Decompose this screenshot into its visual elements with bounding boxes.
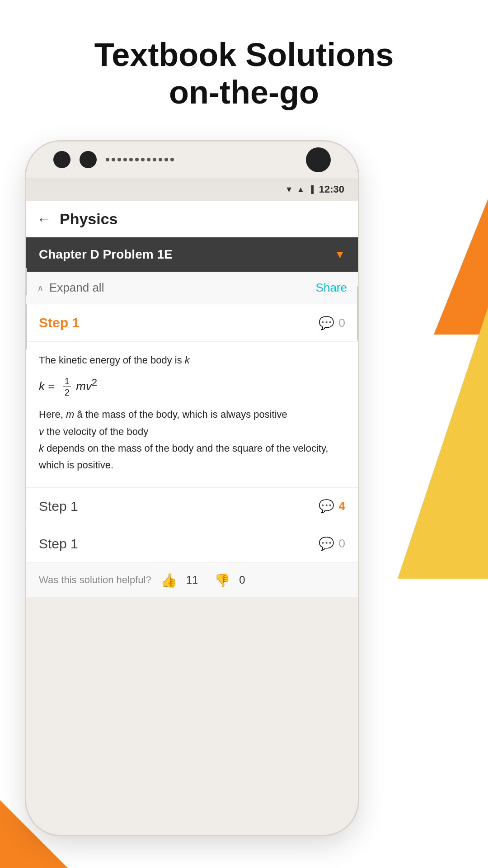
- step-1-comment-count: 0: [339, 316, 345, 330]
- thumbdown-count: 0: [239, 574, 245, 586]
- formula-fraction: 1 2: [63, 376, 71, 398]
- comment-icon-2: 💬: [319, 499, 334, 514]
- step-1-label-active: Step 1: [39, 315, 80, 330]
- helpful-text: Was this solution helpful?: [39, 574, 151, 586]
- headline: Textbook Solutions on-the-go: [0, 36, 488, 111]
- step-3-label: Step 1: [39, 536, 78, 552]
- step-2-comment-count: 4: [339, 499, 345, 513]
- comment-icon-1: 💬: [319, 316, 334, 330]
- step-2-comment-group: 💬 4: [319, 499, 345, 514]
- step-body-text: Here, m â the mass of the body, which is…: [39, 406, 345, 474]
- step-2-row[interactable]: Step 1 💬 4: [26, 488, 358, 525]
- comment-icon-3: 💬: [319, 536, 334, 551]
- expand-bar: ∧ Expand all Share: [26, 272, 358, 304]
- headline-line2: on-the-go: [169, 74, 319, 110]
- phone-vol-down: [25, 304, 27, 349]
- step-2-label: Step 1: [39, 499, 78, 514]
- phone-screen: ▼ ▲ ▐ 12:30 ← Physics Chapter D Problem …: [26, 178, 358, 597]
- phone-power-btn: [357, 286, 359, 340]
- body-line2: v the velocity of the body: [39, 423, 345, 440]
- phone-sensor: [53, 151, 70, 168]
- step-1-content: The kinetic energy of the body is k k = …: [26, 342, 358, 488]
- chapter-dropdown-icon[interactable]: ▼: [334, 248, 345, 261]
- wifi-icon: ▼: [285, 185, 293, 194]
- thumbup-count: 11: [186, 574, 198, 586]
- step-3-comment-group: 💬 0: [319, 536, 345, 551]
- phone-camera: [80, 151, 97, 168]
- helpful-bar: Was this solution helpful? 👍 11 👎 0: [26, 563, 358, 597]
- step-3-comment-count: 0: [339, 537, 345, 551]
- headline-line1: Textbook Solutions: [94, 37, 394, 73]
- status-time: 12:30: [319, 184, 344, 195]
- thumbdown-icon[interactable]: 👎: [214, 573, 230, 588]
- phone-mockup: ▼ ▲ ▐ 12:30 ← Physics Chapter D Problem …: [25, 140, 359, 836]
- expand-left-group: ∧ Expand all: [37, 281, 104, 295]
- phone-top-hardware: [26, 142, 358, 178]
- step-intro-text: The kinetic energy of the body is k: [39, 353, 345, 368]
- bg-decoration-orange-top: [434, 199, 488, 335]
- phone-front-camera: [306, 147, 331, 172]
- app-title: Physics: [60, 210, 118, 228]
- app-navbar: ← Physics: [26, 201, 358, 237]
- chapter-title: Chapter D Problem 1E: [39, 247, 173, 262]
- expand-arrow-icon: ∧: [37, 283, 44, 293]
- back-button[interactable]: ←: [37, 212, 51, 227]
- share-button[interactable]: Share: [316, 281, 347, 295]
- bg-decoration-yellow: [398, 307, 488, 579]
- thumbup-icon[interactable]: 👍: [160, 572, 177, 588]
- body-line3: k depends on the mass of the body and th…: [39, 440, 345, 474]
- chapter-header[interactable]: Chapter D Problem 1E ▼: [26, 237, 358, 272]
- status-bar: ▼ ▲ ▐ 12:30: [26, 178, 358, 201]
- step-1-comment-group: 💬 0: [319, 316, 345, 330]
- step-3-row[interactable]: Step 1 💬 0: [26, 525, 358, 563]
- battery-icon: ▐: [308, 185, 313, 193]
- signal-icon: ▲: [297, 185, 305, 194]
- expand-label[interactable]: Expand all: [49, 281, 104, 295]
- step-1-row-active[interactable]: Step 1 💬 0: [26, 304, 358, 342]
- phone-vol-up: [25, 268, 27, 295]
- body-line1: Here, m â the mass of the body, which is…: [39, 406, 345, 423]
- phone-speaker: [106, 158, 174, 161]
- status-icons: ▼ ▲ ▐: [285, 185, 314, 194]
- phone-camera-group: [53, 151, 174, 168]
- formula-block: k = 1 2 mv2: [39, 375, 345, 398]
